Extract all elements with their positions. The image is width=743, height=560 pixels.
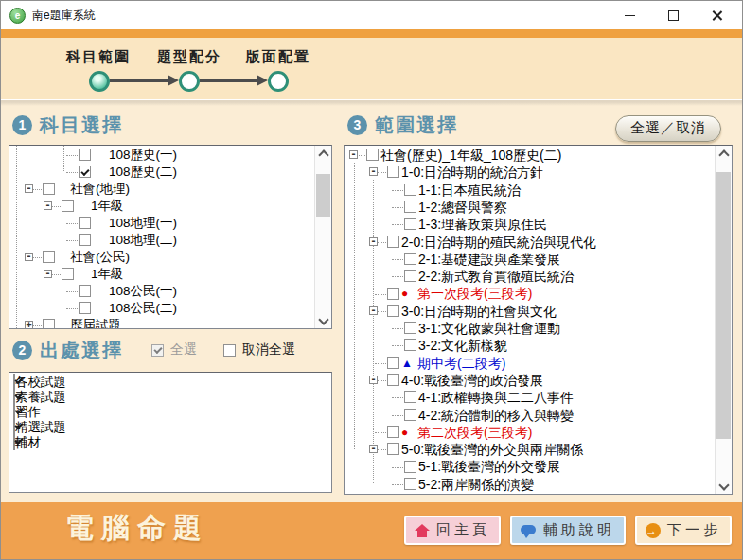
tree-row[interactable]: 108歷史(一) [9, 147, 314, 164]
tree-row[interactable]: -社會(歷史)_1年級_108歷史(二) [345, 147, 715, 164]
tree-row[interactable]: -社會(地理) [9, 181, 314, 198]
tree-row[interactable]: 5-2:兩岸關係的演變 [345, 476, 715, 493]
tree-label[interactable]: 2-0:日治時期的殖民統治與現代化 [401, 234, 596, 251]
tree-row[interactable]: 108公民(二) [9, 300, 314, 317]
checkbox[interactable] [404, 391, 416, 403]
collapse-icon[interactable]: - [369, 306, 378, 315]
tree-row[interactable]: 108地理(一) [9, 215, 314, 232]
checkbox[interactable] [404, 339, 416, 351]
tree-row[interactable]: 4-1:政權轉換與二二八事件 [345, 389, 715, 406]
tree-row[interactable]: 1-2:總督與警察 [345, 199, 715, 216]
tree-row[interactable]: -3-0:日治時期的社會與文化 [345, 303, 715, 320]
minimize-button[interactable] [608, 1, 651, 29]
tree-label[interactable]: 3-0:日治時期的社會與文化 [401, 303, 557, 320]
tree-row[interactable]: 1-3:理蕃政策與原住民 [345, 216, 715, 233]
tree-label[interactable]: 第二次段考(三段考) [417, 424, 532, 441]
select-all-checkbox[interactable]: 全選 [151, 341, 197, 359]
list-item-label[interactable]: 各校試題 [15, 375, 66, 389]
checkbox[interactable] [404, 184, 416, 196]
tree-row[interactable]: -4-0:戰後臺灣的政治發展 [345, 372, 715, 389]
checkbox[interactable] [404, 461, 416, 473]
tree-label[interactable]: 社會(公民) [70, 249, 130, 266]
checkbox[interactable] [404, 270, 416, 282]
list-item[interactable]: 素養試題 [13, 390, 327, 405]
list-item[interactable]: 精選試題 [13, 420, 327, 435]
tree-label[interactable]: 1-3:理蕃政策與原住民 [418, 216, 547, 233]
tree-label[interactable]: 1-1:日本殖民統治 [418, 182, 521, 199]
checkbox[interactable] [404, 201, 416, 213]
tree-row[interactable]: 1-1:日本殖民統治 [345, 182, 715, 199]
tree-row[interactable]: ●第一次段考(三段考) [345, 285, 715, 302]
tree-label[interactable]: 5-2:兩岸關係的演變 [418, 476, 534, 493]
tree-label[interactable]: 4-1:政權轉換與二二八事件 [418, 389, 574, 406]
tree-row[interactable]: 3-2:文化新樣貌 [345, 337, 715, 354]
tree-label[interactable]: 3-2:文化新樣貌 [418, 337, 507, 354]
tree-label[interactable]: 1年級 [91, 198, 124, 215]
tree-label[interactable]: 2-1:基礎建設與產業發展 [418, 251, 560, 268]
tree-row[interactable]: 108歷史(二) [9, 164, 314, 181]
tree-label[interactable]: 5-0:戰後臺灣的外交與兩岸關係 [401, 441, 583, 458]
tree-row[interactable]: -1年級 [9, 266, 314, 283]
tree-row[interactable]: 108公民(一) [9, 283, 314, 300]
checkbox[interactable] [79, 302, 91, 314]
collapse-icon[interactable]: - [369, 445, 378, 453]
checkbox[interactable] [404, 478, 416, 490]
collapse-icon[interactable]: - [25, 253, 33, 261]
tree-label[interactable]: 期中考(二段考) [417, 355, 505, 372]
list-item[interactable]: 輔材 [13, 435, 327, 450]
tree-row[interactable]: -1-0:日治時期的統治方針 [345, 164, 715, 181]
collapse-icon[interactable]: - [369, 376, 378, 384]
scrollbar[interactable] [314, 146, 331, 328]
checkbox[interactable] [62, 268, 74, 280]
tree-row[interactable]: -5-0:戰後臺灣的外交與兩岸關係 [345, 441, 715, 458]
tree-row[interactable]: -社會(公民) [9, 249, 314, 266]
tree-label[interactable]: 1-0:日治時期的統治方針 [401, 164, 543, 181]
tree-label[interactable]: 社會(地理) [70, 181, 130, 198]
checkbox[interactable] [43, 183, 55, 195]
list-item-label[interactable]: 精選試題 [15, 420, 66, 434]
tree-label[interactable]: 2-2:新式教育貫徹殖民統治 [418, 268, 574, 285]
checkbox[interactable] [43, 319, 55, 329]
tree-label[interactable]: 108公民(二) [109, 300, 177, 317]
tree-label[interactable]: 108歷史(一) [109, 147, 177, 164]
tree-row[interactable]: 5-1:戰後臺灣的外交發展 [345, 458, 715, 475]
maximize-button[interactable] [651, 1, 695, 29]
scroll-down-icon[interactable] [315, 313, 331, 328]
collapse-icon[interactable]: - [369, 167, 378, 176]
tree-label[interactable]: 歷屆試題 [70, 317, 121, 329]
checkbox[interactable] [79, 217, 91, 229]
close-button[interactable] [695, 1, 738, 29]
tree-label[interactable]: 108公民(一) [109, 283, 177, 300]
checkbox[interactable] [404, 409, 416, 421]
collapse-icon[interactable]: - [25, 184, 33, 193]
collapse-icon[interactable]: - [44, 270, 52, 278]
checkbox[interactable] [62, 200, 74, 212]
checkbox[interactable] [79, 166, 91, 178]
checkbox[interactable] [387, 357, 399, 369]
checkbox[interactable] [387, 426, 399, 438]
tree-label[interactable]: 5-1:戰後臺灣的外交發展 [418, 458, 560, 475]
checkbox[interactable] [79, 149, 91, 161]
collapse-icon[interactable]: - [349, 150, 358, 159]
tree-row[interactable]: -2-0:日治時期的殖民統治與現代化 [345, 234, 715, 251]
tree-row[interactable]: 108地理(二) [9, 232, 314, 249]
checkbox[interactable] [387, 305, 399, 317]
scrollbar-thumb[interactable] [316, 174, 330, 217]
collapse-icon[interactable]: - [369, 237, 378, 246]
checkbox[interactable] [387, 374, 399, 386]
tree-row[interactable]: 4-2:統治體制的移入與轉變 [345, 407, 715, 424]
checkbox[interactable] [43, 251, 55, 263]
home-button[interactable]: 回主頁 [404, 516, 501, 545]
checkbox[interactable] [404, 322, 416, 334]
tree-label[interactable]: 108地理(二) [109, 232, 177, 249]
tree-row[interactable]: +歷屆試題 [9, 317, 314, 329]
collapse-icon[interactable]: - [44, 201, 52, 210]
scrollbar[interactable] [715, 146, 732, 494]
checkbox[interactable] [387, 288, 399, 300]
next-step-button[interactable]: → 下一步 [635, 516, 732, 545]
list-item-label[interactable]: 素養試題 [15, 390, 66, 404]
tree-label[interactable]: 4-2:統治體制的移入與轉變 [418, 407, 574, 424]
checkbox[interactable] [387, 443, 399, 455]
list-item[interactable]: 各校試題 [13, 375, 327, 390]
checkbox[interactable] [79, 234, 91, 246]
